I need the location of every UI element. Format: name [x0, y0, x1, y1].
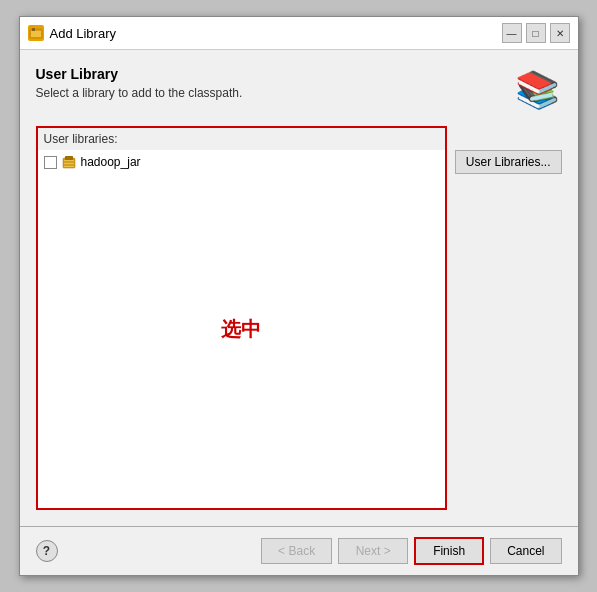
selected-annotation: 选中	[221, 316, 261, 343]
main-area: User libraries:	[36, 126, 562, 510]
close-button[interactable]: ✕	[550, 23, 570, 43]
window-icon	[28, 25, 44, 41]
header-text: User Library Select a library to add to …	[36, 66, 514, 100]
footer: ? < Back Next > Finish Cancel	[20, 526, 578, 575]
svg-rect-5	[64, 160, 74, 161]
jar-icon	[61, 154, 77, 170]
window-title: Add Library	[50, 26, 502, 41]
hadoop-jar-checkbox[interactable]	[44, 156, 57, 169]
list-item[interactable]: hadoop_jar	[40, 152, 443, 172]
user-libraries-button[interactable]: User Libraries...	[455, 150, 562, 174]
svg-rect-1	[31, 31, 41, 37]
window-controls: — □ ✕	[502, 23, 570, 43]
svg-rect-4	[65, 156, 73, 160]
maximize-button[interactable]: □	[526, 23, 546, 43]
header-section: User Library Select a library to add to …	[36, 66, 562, 114]
svg-rect-7	[64, 166, 74, 167]
list-content[interactable]: hadoop_jar 选中	[38, 150, 445, 508]
minimize-button[interactable]: —	[502, 23, 522, 43]
library-icon: 📚	[514, 66, 562, 114]
hadoop-jar-label: hadoop_jar	[81, 155, 141, 169]
cancel-button[interactable]: Cancel	[490, 538, 561, 564]
svg-rect-6	[64, 163, 74, 164]
dialog-content: User Library Select a library to add to …	[20, 50, 578, 526]
page-subtitle: Select a library to add to the classpath…	[36, 86, 514, 100]
back-button[interactable]: < Back	[261, 538, 332, 564]
user-libraries-panel: User libraries:	[36, 126, 447, 510]
svg-rect-2	[32, 28, 35, 31]
list-label: User libraries:	[38, 128, 445, 150]
add-library-dialog: Add Library — □ ✕ User Library Select a …	[19, 16, 579, 576]
next-button[interactable]: Next >	[338, 538, 408, 564]
side-buttons: User Libraries...	[455, 126, 562, 510]
title-bar: Add Library — □ ✕	[20, 17, 578, 50]
page-title: User Library	[36, 66, 514, 82]
help-button[interactable]: ?	[36, 540, 58, 562]
finish-button[interactable]: Finish	[414, 537, 484, 565]
